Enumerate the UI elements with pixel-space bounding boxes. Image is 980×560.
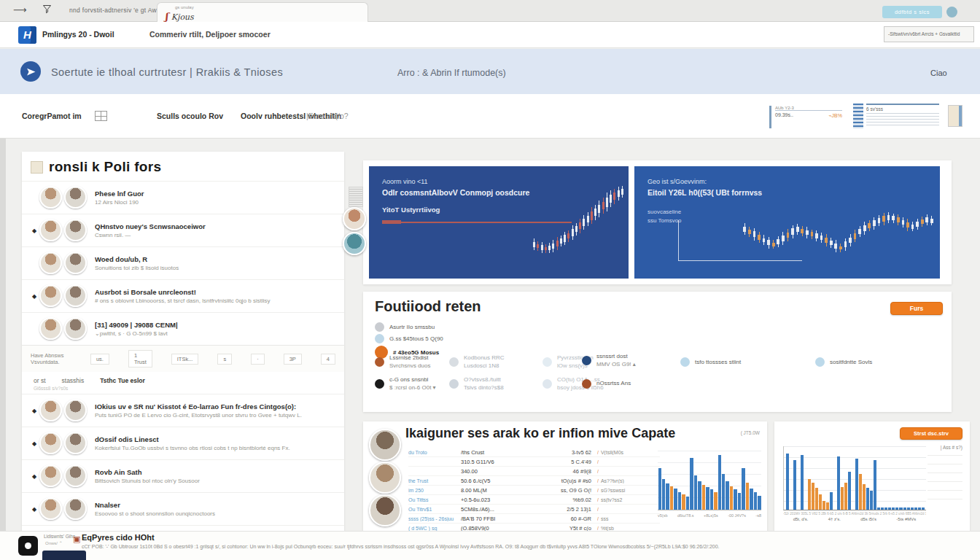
people-panel-title: ronsli k Poli fors (49, 159, 161, 175)
entry-label: nOssrtss Ans (596, 380, 631, 386)
page-button[interactable]: s (217, 354, 232, 365)
signin-button[interactable]: ddfbtd s slcs (882, 6, 942, 18)
list-item[interactable]: ◆ fOutsids #Onis & sigilla.s bsstnolunts… (22, 525, 344, 531)
banner-dismiss-link[interactable]: Ciao (930, 69, 947, 77)
list-item[interactable]: ◆ dOssif odis Linesct Kokerfsiui Tu.GoOb… (22, 427, 344, 459)
featured-entry[interactable]: sositfdntte Sovls (815, 357, 872, 367)
page-button[interactable]: 1 Trust (128, 350, 152, 368)
nav-item-4[interactable]: |Euro a6(/o? (306, 112, 349, 120)
table-row[interactable]: ( d 5WC ) sg (O.858V9(0 Y5t # c(o /%t(sb (408, 524, 660, 531)
record-icon[interactable] (18, 536, 38, 556)
list-item[interactable]: ◆ QHnstvo nuey's Scnwsnaoceiwor Cswnn rs… (22, 214, 344, 246)
tab[interactable]: stasshis (62, 377, 85, 384)
page-button[interactable]: ITSk... (171, 354, 199, 365)
tab[interactable]: or st (34, 377, 46, 384)
page-button[interactable]: · (251, 354, 265, 365)
page-button[interactable]: us. (90, 354, 109, 365)
row-name: 8.00 ML(M (461, 487, 552, 494)
row-name: +0.5-6u.023 (461, 497, 552, 503)
browser-tab[interactable]: gs unulay ʃ Kjous (157, 2, 368, 22)
row-value: 2/5 2 13)1 (552, 506, 597, 513)
featured-entry[interactable]: G.ss $45tous 5 Q(90 (375, 334, 443, 343)
tab[interactable]: Tsthc Tue eslor (100, 377, 145, 384)
row-ticker-link[interactable]: Ou Titrv$1 (408, 507, 461, 512)
table-row[interactable]: the Trust 50.6 6./c(V5 tO(u)s # #s0 /As?… (408, 476, 660, 486)
list-item[interactable]: ◆ Nnalser Esoovoo st o shoot snonnsllon … (22, 492, 344, 525)
avatar (39, 252, 62, 274)
list-item[interactable]: [31] 49009 | J9088 CENM| ⌄pwltht, s · G … (22, 312, 344, 345)
strategy-button[interactable]: Strst dsc.strv (900, 427, 962, 440)
featured-entry[interactable]: tsfo ttossses stlint (680, 357, 741, 367)
avatar-pair (39, 284, 88, 308)
avatar[interactable] (369, 462, 401, 494)
list-item-text: dOssif odis Linesct Kokerfsiui Tu.GoOb u… (88, 435, 337, 451)
list-item[interactable]: ◆ Rovb Ain Sath Bittsovich Stunuis bol n… (22, 459, 344, 492)
row-ticker-link[interactable]: Ou Tittss (408, 497, 461, 502)
back-arrow-icon[interactable]: ⟶ (13, 4, 27, 15)
list-item[interactable]: ◆ IOkius uv e SR nu' Kisstot é Eo-larrao… (22, 394, 344, 427)
row-ticker-link[interactable]: ssss (25)ss - 26sjuu (408, 516, 461, 521)
bullet-mark: ◆ (32, 228, 39, 234)
row-flag: / (597, 459, 660, 464)
grid-icon[interactable] (95, 111, 107, 121)
table-row[interactable]: 310.5 G11/V6 5 C.4'49 / (408, 457, 660, 467)
floating-avatar[interactable] (343, 232, 366, 255)
list-item[interactable]: ◆ Ausrbot si Borsale unrcleonst! # ons s… (22, 279, 344, 312)
table-row[interactable]: ssss (25)ss - 26sjuu /BA'B 70 FFBI 60 #-… (408, 514, 660, 524)
tabs-subtext: Gi6sss8 s/v?s0s (22, 386, 344, 394)
ticker-widget[interactable]: AUb Y2-3 09.39s.. ⌁JB% (769, 106, 842, 128)
page-button[interactable]: 4 (321, 354, 335, 365)
hero-cta-link[interactable]: YitoT Ustyrrtiivog (382, 206, 440, 214)
featured-entry[interactable]: Lssrnlsé 2bdistSvrchsnvs duos (375, 354, 436, 369)
people-tabs: or ststasshisTsthc Tue eslor (22, 372, 344, 386)
avatar (64, 317, 87, 340)
market-widget[interactable]: 6 sv'sss (853, 104, 962, 130)
table-row[interactable]: 340.00 46 #9(8 / (408, 467, 660, 476)
person-name: Ausrbot si Borsale unrcleonst! (95, 288, 337, 296)
featured-column: ssnssrt dostMMV OS G9! ▴ nOssrtss Ans (582, 353, 636, 400)
floating-avatar[interactable] (343, 207, 366, 230)
search-input[interactable]: -Sifswt/vn/v6brt Arrcis + Gsvaikttid (884, 26, 974, 42)
featured-entry[interactable]: Kodbonus RRCLusdosci 1N8 (449, 354, 505, 369)
footer-dark-button[interactable] (42, 551, 86, 560)
avatar (64, 464, 87, 487)
page-button[interactable]: 3P (284, 354, 302, 365)
profile-avatar[interactable] (946, 7, 957, 18)
row-ticker-link[interactable]: ( d 5WC ) sg (408, 526, 461, 531)
entry-label: G.ss $45tous 5 Q(90 (389, 335, 443, 342)
table-row[interactable]: Ou Tittss +0.5-6u.023 %b9.02 /ss(tv?ss2 (408, 495, 660, 505)
nav-item-1[interactable]: CoregrPamot im (22, 112, 82, 120)
avatar-pair (39, 497, 88, 521)
featured-action-button[interactable]: Furs (890, 302, 943, 315)
notice-banner: Soertute ie tlhoal curtrutesr | Rrakiis … (0, 49, 980, 94)
featured-entry[interactable]: ssnssrt dostMMV OS G9! ▴ (582, 353, 636, 368)
entry-icon (375, 357, 384, 367)
flag-icon: / (597, 459, 599, 464)
avatar[interactable] (369, 494, 401, 526)
table-row[interactable]: du Troto /ths Crust 3-tv5 62 /V(tsll(M0s (408, 448, 660, 457)
entry-sublabel: $ :rcrsl on-6 O0t ▾ (389, 384, 436, 391)
table-row[interactable]: Ou Titrv$1 5CM8s./A6)... 2/5 2 13)1 / (408, 505, 660, 514)
featured-entry[interactable]: nOssrtss Ans (582, 379, 636, 389)
row-ticker-link[interactable]: the Trust (408, 478, 461, 483)
site-logo[interactable]: H (18, 26, 36, 44)
footer-disclaimer: cCt' POB: '-' Gb Ubtrousr 1s10t 0Bd S o … (82, 543, 942, 550)
filter-funnel-icon[interactable] (42, 4, 52, 17)
nav-item-2[interactable]: Sculls ocoulo Rov (157, 112, 223, 120)
avatar (64, 497, 87, 520)
row-ticker-link[interactable]: du Troto (408, 450, 461, 455)
featured-entry[interactable]: c-G ons snsnbl$ :rcrsl on-6 O0t ▾ (375, 376, 436, 391)
url-text[interactable]: nnd forvstit-adtnersiv 'e gt Aw (69, 7, 157, 14)
list-item[interactable]: Phese lnf Guor 12 Airs Nloci 190 (22, 181, 344, 214)
row-ticker-link[interactable]: im 250 (408, 488, 461, 493)
scroll-grip[interactable] (349, 187, 363, 207)
table-row[interactable]: im 250 8.00 ML(M ss, O9 G O(! /sG?sswssi (408, 486, 660, 495)
hero-card-futures[interactable]: Geo ist s/Goevvinm: Eitoil Y26L h0((53( … (634, 166, 940, 279)
row-name: /ths Crust (461, 449, 552, 456)
hero-card-commodity[interactable]: Aoorm vino <11 Odlr cosmsntAlbovV Conmop… (369, 166, 629, 279)
avatar (39, 186, 62, 209)
featured-entry[interactable]: O?vtsvs8./tuittTsivs dinto?s$8 (449, 376, 505, 391)
list-item[interactable]: Woed dou/ub, R Sonuitions toi zib $ liso… (22, 246, 344, 279)
avatar[interactable] (369, 429, 401, 461)
featured-entry[interactable]: Asurtr IIo smssbu (375, 322, 443, 332)
